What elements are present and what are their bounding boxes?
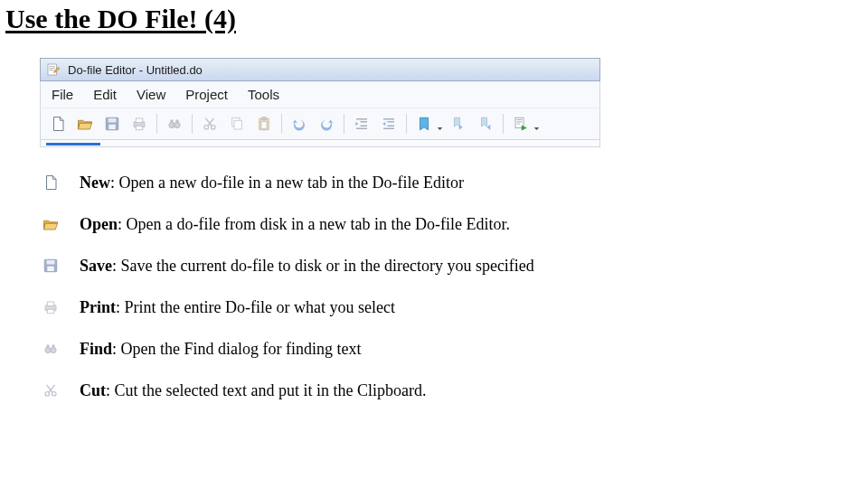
legend-text: Open: Open a do-file from disk in a new … [80, 215, 510, 234]
tool-print[interactable] [127, 112, 151, 136]
app-icon [46, 62, 61, 77]
tool-find[interactable] [163, 112, 186, 136]
tool-paste[interactable] [252, 112, 276, 136]
tool-open[interactable] [73, 112, 97, 136]
menu-file[interactable]: File [52, 87, 73, 102]
tool-indent[interactable] [377, 112, 401, 136]
open-folder-icon [40, 214, 61, 234]
icon-legend: New: Open a new do-file in a new tab in … [40, 173, 868, 400]
active-tab-indicator [46, 140, 100, 145]
menu-tools[interactable]: Tools [248, 87, 279, 102]
legend-row-print: Print: Print the entire Do-file or what … [40, 297, 868, 317]
tool-cut[interactable] [198, 112, 222, 136]
slide-title: Use the DO File! (4) [0, 0, 868, 36]
legend-row-cut: Cut: Cut the selected text and put it in… [40, 380, 868, 400]
new-file-icon [40, 173, 61, 192]
menu-bar: File Edit View Project Tools [40, 81, 600, 108]
menu-edit[interactable]: Edit [93, 87, 117, 102]
menu-project[interactable]: Project [185, 87, 228, 102]
legend-row-open: Open: Open a do-file from disk in a new … [40, 214, 868, 234]
toolbar-separator [281, 114, 282, 134]
tab-strip [40, 140, 600, 147]
menu-view[interactable]: View [137, 87, 165, 102]
find-icon [40, 339, 61, 359]
legend-row-save: Save: Save the current do-file to disk o… [40, 256, 868, 276]
tool-redo[interactable] [315, 112, 338, 136]
tool-bookmark-toggle[interactable] [412, 112, 436, 136]
window-title-text: Do-file Editor - Untitled.do [68, 63, 203, 77]
tool-save[interactable] [100, 112, 124, 136]
legend-row-new: New: Open a new do-file in a new tab in … [40, 173, 868, 192]
editor-screenshot: Do-file Editor - Untitled.do File Edit V… [40, 58, 600, 147]
tool-bookmark-prev[interactable] [447, 112, 470, 136]
legend-row-find: Find: Open the Find dialog for finding t… [40, 339, 868, 359]
window-titlebar: Do-file Editor - Untitled.do [40, 58, 600, 81]
legend-text: New: Open a new do-file in a new tab in … [80, 174, 464, 192]
legend-text: Save: Save the current do-file to disk o… [80, 257, 534, 276]
tool-run[interactable] [509, 112, 533, 136]
legend-text: Print: Print the entire Do-file or what … [80, 298, 395, 317]
tool-new[interactable] [46, 112, 70, 136]
toolbar-separator [503, 114, 504, 134]
legend-text: Find: Open the Find dialog for finding t… [80, 340, 362, 359]
toolbar [40, 108, 600, 140]
chevron-down-icon[interactable] [437, 126, 443, 132]
tool-bookmark-next[interactable] [474, 112, 497, 136]
tool-outdent[interactable] [350, 112, 373, 136]
toolbar-separator [344, 114, 344, 134]
save-icon [40, 256, 61, 276]
toolbar-separator [156, 114, 157, 134]
toolbar-separator [406, 114, 407, 134]
tool-copy[interactable] [225, 112, 249, 136]
chevron-down-icon[interactable] [533, 126, 540, 132]
cut-icon [40, 380, 61, 400]
legend-text: Cut: Cut the selected text and put it in… [80, 381, 426, 400]
tool-undo[interactable] [288, 112, 311, 136]
toolbar-separator [192, 114, 193, 134]
print-icon [40, 297, 61, 317]
